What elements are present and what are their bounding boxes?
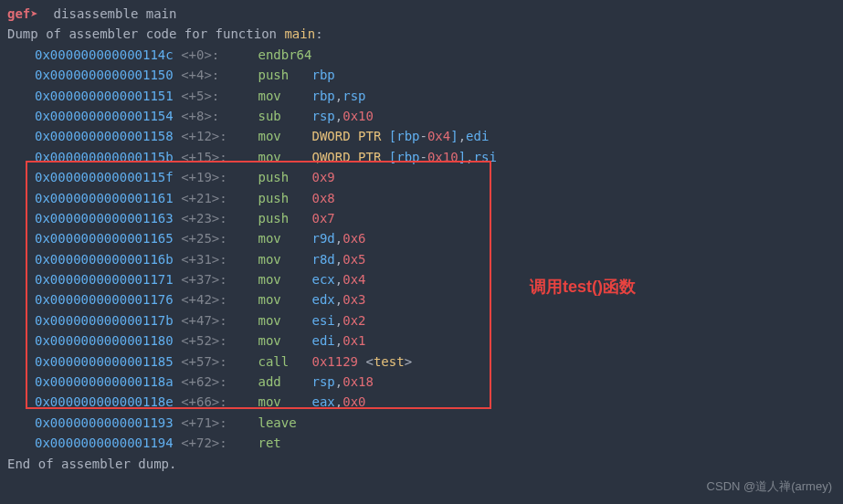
operand: , [335, 374, 342, 389]
mnemonic: mov [258, 394, 311, 409]
address: 0x0000000000001176 [35, 292, 174, 307]
offset: <+21>: [181, 191, 258, 205]
offset: <+31>: [181, 252, 258, 267]
mnemonic: push [258, 68, 311, 82]
operand: , [335, 89, 342, 103]
asm-row: 0x000000000000116b <+31>: mov r8d,0x5 [7, 249, 836, 269]
operand: edi [466, 129, 489, 143]
offset: <+42>: [181, 292, 258, 307]
offset: <+72>: [181, 436, 258, 450]
operand: rbp [396, 129, 419, 143]
address: 0x000000000000118e [35, 394, 174, 409]
operand: ecx [311, 272, 334, 287]
asm-row: 0x0000000000001185 <+57>: call 0x1129 <t… [7, 352, 836, 372]
asm-row: 0x0000000000001176 <+42>: mov edx,0x3 [7, 289, 836, 310]
disassembly-rows: 0x000000000000114c <+0>: endbr640x000000… [7, 45, 836, 454]
annotation-label: 调用test()函数 [530, 274, 636, 300]
mnemonic: endbr64 [258, 47, 311, 62]
operand: 0x4 [427, 129, 450, 143]
operand: 0x0 [342, 394, 365, 409]
operand: 0x1 [342, 333, 365, 348]
prompt-arrow: ➤ [30, 6, 37, 21]
operand: 0x8 [311, 191, 334, 205]
operand: 0x18 [342, 374, 374, 389]
address: 0x0000000000001171 [35, 272, 174, 287]
asm-row: 0x0000000000001151 <+5>: mov rbp,rsp [7, 86, 836, 106]
offset: <+47>: [181, 313, 258, 328]
offset: <+23>: [181, 211, 258, 226]
mnemonic: mov [258, 231, 311, 246]
watermark: CSDN @道人禅(armey) [707, 478, 832, 497]
offset: <+5>: [181, 89, 258, 103]
operand: eax [311, 394, 334, 409]
operand: , [458, 129, 466, 143]
operand: , [335, 252, 342, 267]
offset: <+0>: [181, 47, 258, 62]
offset: <+37>: [181, 272, 258, 287]
operand: esi [311, 313, 334, 328]
command-text [38, 6, 54, 21]
mnemonic: mov [258, 333, 311, 348]
asm-row: 0x0000000000001163 <+23>: push 0x7 [7, 208, 836, 228]
mnemonic: ret [258, 436, 311, 450]
address: 0x000000000000116b [35, 252, 174, 267]
asm-row: 0x0000000000001171 <+37>: mov ecx,0x4 [7, 269, 836, 289]
offset: <+25>: [181, 231, 258, 246]
operand: ] [458, 150, 466, 164]
offset: <+4>: [181, 68, 258, 82]
address: 0x0000000000001150 [35, 68, 174, 82]
mnemonic: push [258, 170, 311, 184]
address: 0x0000000000001185 [35, 354, 174, 369]
operand: 0x2 [342, 313, 365, 328]
operand: , [335, 231, 342, 246]
operand: r8d [311, 252, 334, 267]
address: 0x0000000000001154 [35, 109, 174, 123]
dump-header-suffix: : [315, 26, 322, 41]
address: 0x000000000000115f [35, 170, 174, 184]
mnemonic: push [258, 211, 311, 226]
operand: edx [311, 292, 334, 307]
operand: , [335, 272, 342, 287]
address: 0x000000000000117b [35, 313, 174, 328]
dump-header: Dump of assembler code for function main… [7, 24, 836, 44]
operand: test [374, 354, 405, 369]
operand: < [358, 354, 374, 369]
address: 0x0000000000001163 [35, 211, 174, 226]
address: 0x000000000000115b [35, 150, 174, 164]
offset: <+19>: [181, 170, 258, 184]
address: 0x0000000000001180 [35, 333, 174, 348]
operand: , [335, 333, 342, 348]
mnemonic: sub [258, 109, 311, 123]
mnemonic: mov [258, 313, 311, 328]
asm-row: 0x0000000000001150 <+4>: push rbp [7, 65, 836, 85]
address: 0x0000000000001151 [35, 89, 174, 103]
operand: [ [389, 129, 396, 143]
address: 0x0000000000001194 [35, 436, 174, 450]
operand: , [335, 292, 342, 307]
offset: <+62>: [181, 374, 258, 389]
mnemonic: call [258, 354, 311, 369]
asm-row: 0x000000000000117b <+47>: mov esi,0x2 [7, 310, 836, 331]
operand: 0x10 [427, 150, 458, 164]
asm-row: 0x000000000000118e <+66>: mov eax,0x0 [7, 392, 836, 412]
operand: 0x4 [342, 272, 365, 287]
operand: 0x5 [342, 252, 365, 267]
operand: , [335, 109, 342, 123]
operand: - [420, 129, 427, 143]
operand: 0x1129 [311, 354, 358, 369]
operand: rsp [311, 109, 334, 123]
mnemonic: mov [258, 272, 311, 287]
prompt-name: gef [7, 6, 30, 21]
offset: <+8>: [181, 109, 258, 123]
offset: <+57>: [181, 354, 258, 369]
operand: 0x7 [311, 211, 334, 226]
operand: , [466, 150, 473, 164]
asm-row: 0x0000000000001158 <+12>: mov DWORD PTR … [7, 126, 836, 146]
mnemonic: mov [258, 129, 311, 143]
address: 0x000000000000114c [35, 47, 174, 62]
asm-row: 0x000000000000114c <+0>: endbr64 [7, 45, 836, 65]
operand: - [420, 150, 427, 164]
prompt-line[interactable]: gef➤ disassemble main [7, 4, 836, 24]
operand: , [335, 394, 342, 409]
dump-header-func: main [284, 26, 315, 41]
